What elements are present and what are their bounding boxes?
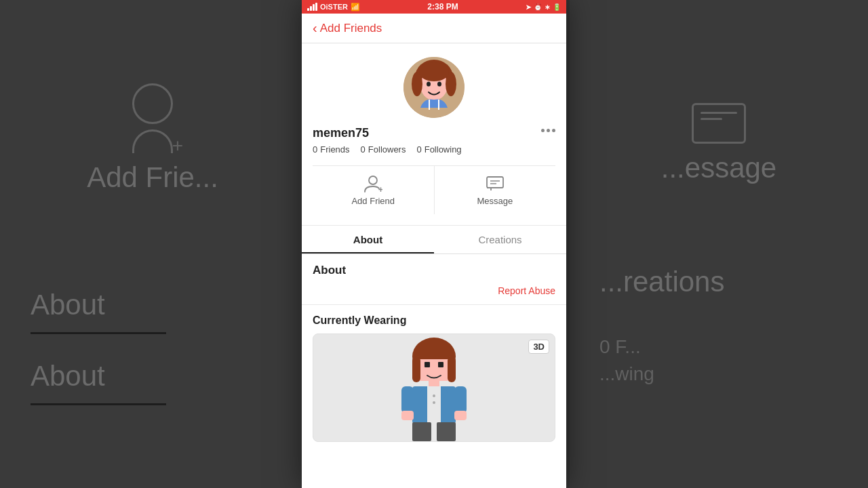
- actions-row: + Add Friend Message: [313, 165, 555, 214]
- bg-message-icon: [692, 103, 746, 144]
- friends-label: Friends: [320, 144, 349, 155]
- svg-text:+: +: [378, 185, 382, 193]
- bg-label-about: About: [31, 289, 105, 321]
- bg-about-underline: [31, 332, 166, 334]
- three-d-badge[interactable]: 3D: [528, 340, 549, 354]
- svg-point-24: [433, 401, 435, 404]
- signal-bar-3: [313, 4, 315, 11]
- about-title: About: [313, 264, 555, 277]
- about-section-header: About: [302, 254, 566, 283]
- phone-modal: OiSTER 📶 2:38 PM ➤ ⏰ ∗ 🔋 ‹ Add Friends: [302, 0, 566, 488]
- message-icon: [486, 174, 505, 193]
- svg-rect-18: [425, 362, 430, 367]
- tab-creations[interactable]: Creations: [434, 226, 566, 253]
- bg-label-0friends: 0 F...: [599, 336, 838, 358]
- following-count: 0: [416, 144, 421, 155]
- status-time: 2:38 PM: [427, 2, 458, 12]
- svg-rect-26: [454, 386, 467, 413]
- back-label: Add Friends: [320, 22, 382, 35]
- stats-row: 0 Friends 0 Followers 0 Following: [313, 144, 555, 155]
- alarm-icon: ⏰: [534, 3, 542, 11]
- report-abuse-button[interactable]: Report Abuse: [498, 285, 555, 296]
- character-svg: [387, 336, 481, 441]
- bg-label-0following: ...wing: [599, 363, 838, 385]
- username-label: memen75: [313, 126, 369, 140]
- add-friend-button[interactable]: + Add Friend: [313, 166, 435, 214]
- avatar-container: [403, 57, 465, 118]
- signal-bar-2: [310, 6, 312, 11]
- svg-rect-30: [437, 422, 456, 441]
- background-right: ...essage ...reations 0 F... ...wing: [570, 0, 868, 488]
- svg-rect-19: [438, 362, 443, 367]
- svg-rect-22: [427, 386, 441, 424]
- bg-label-message: ...essage: [661, 152, 776, 184]
- signal-bars: [307, 3, 317, 11]
- avatar-image: [403, 57, 465, 118]
- svg-point-23: [433, 394, 435, 397]
- status-bar: OiSTER 📶 2:38 PM ➤ ⏰ ∗ 🔋: [302, 0, 566, 14]
- svg-rect-16: [412, 357, 420, 382]
- wifi-icon: 📶: [351, 3, 360, 12]
- svg-rect-25: [401, 386, 414, 413]
- svg-point-6: [427, 82, 431, 87]
- chevron-left-icon: ‹: [313, 20, 317, 36]
- message-label: Message: [477, 196, 513, 206]
- background-left: + Add Frie... About About: [0, 0, 305, 488]
- wearing-card[interactable]: 3D: [313, 333, 555, 442]
- stat-friends: 0 Friends: [313, 144, 350, 155]
- dot-3: [552, 129, 555, 132]
- svg-rect-27: [401, 411, 414, 420]
- message-button[interactable]: Message: [435, 166, 556, 214]
- report-abuse-row: Report Abuse: [302, 283, 566, 305]
- signal-bar-4: [315, 3, 317, 11]
- svg-rect-17: [448, 357, 456, 382]
- svg-point-8: [369, 176, 377, 184]
- character-display: [313, 334, 555, 441]
- location-icon: ➤: [526, 3, 531, 11]
- content-area: About Report Abuse Currently Wearing 3D: [302, 254, 566, 488]
- carrier-name: OiSTER: [320, 3, 348, 11]
- signal-bar-1: [307, 8, 309, 11]
- svg-point-7: [437, 82, 441, 87]
- svg-point-5: [419, 62, 449, 81]
- svg-rect-29: [412, 422, 431, 441]
- svg-rect-20: [429, 380, 439, 386]
- currently-wearing-title: Currently Wearing: [313, 314, 555, 327]
- bg-label-about2: About: [31, 360, 105, 392]
- svg-rect-10: [487, 177, 503, 188]
- nav-bar: ‹ Add Friends: [302, 14, 566, 43]
- bg-about-underline2: [31, 403, 166, 405]
- battery-icon: 🔋: [553, 3, 561, 11]
- svg-rect-28: [454, 411, 467, 420]
- status-bar-right: ➤ ⏰ ∗ 🔋: [526, 3, 561, 11]
- tabs-bar: About Creations: [302, 226, 566, 254]
- dot-2: [547, 129, 550, 132]
- bg-label-add-frie: Add Frie...: [87, 161, 218, 194]
- followers-count: 0: [361, 144, 366, 155]
- add-friend-label: Add Friend: [351, 196, 395, 206]
- bluetooth-icon: ∗: [545, 3, 550, 11]
- currently-wearing-header: Currently Wearing: [302, 305, 566, 333]
- bg-label-creations: ...reations: [599, 266, 838, 298]
- more-options-button[interactable]: [541, 126, 555, 132]
- avatar-row: [313, 57, 555, 118]
- add-friend-icon: +: [363, 174, 382, 193]
- followers-label: Followers: [368, 144, 406, 155]
- friends-count: 0: [313, 144, 317, 155]
- stat-following: 0 Following: [416, 144, 461, 155]
- bg-add-friend-icon: +: [132, 83, 173, 153]
- svg-rect-15: [418, 350, 450, 359]
- stat-followers: 0 Followers: [361, 144, 406, 155]
- following-label: Following: [425, 144, 462, 155]
- dot-1: [541, 129, 545, 132]
- tab-about[interactable]: About: [302, 226, 434, 253]
- profile-card: memen75 0 Friends 0 Followers 0 Followin…: [302, 43, 566, 226]
- back-button[interactable]: ‹ Add Friends: [313, 20, 382, 36]
- status-bar-left: OiSTER 📶: [307, 3, 360, 12]
- profile-info-row: memen75: [313, 126, 555, 140]
